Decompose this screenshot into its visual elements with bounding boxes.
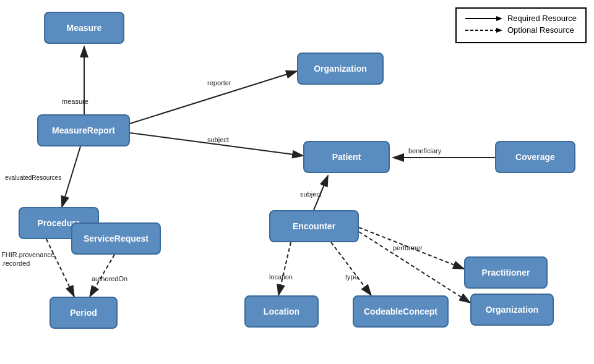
location-lbl-edge-label: location [269, 273, 293, 281]
subject-enc-edge-label: subject [300, 190, 322, 198]
organization-top-node: Organization [297, 53, 384, 85]
subject-mr-edge-label: subject [207, 136, 229, 143]
beneficiary-edge-label: beneficiary [408, 147, 441, 154]
diagram-container: Measure MeasureReport Organization Patie… [0, 0, 594, 364]
encounter-node: Encounter [269, 210, 359, 242]
practitioner-node: Practitioner [464, 256, 548, 289]
svg-line-6 [62, 146, 80, 207]
svg-line-11 [331, 242, 371, 295]
service-request-node: ServiceRequest [71, 222, 161, 255]
location-node: Location [244, 295, 319, 328]
coverage-node: Coverage [495, 141, 575, 173]
svg-marker-17 [496, 28, 502, 33]
measure-edge-label: measure [62, 98, 88, 105]
legend-required: Required Resource [465, 14, 577, 23]
period-node: Period [50, 297, 118, 329]
type-lbl-edge-label: type [345, 273, 358, 281]
svg-marker-15 [496, 16, 502, 21]
legend-optional: Optional Resource [465, 25, 577, 35]
legend: Required Resource Optional Resource [455, 7, 587, 43]
authored-edge-label: authoredOn [92, 275, 127, 282]
patient-node: Patient [303, 141, 390, 173]
fhir-prov-edge-label: FHIR.provenance.recorded [1, 250, 54, 268]
organization-bottom-node: Organization [470, 294, 554, 326]
reporter-edge-label: reporter [207, 79, 231, 87]
performer-lbl-edge-label: performer [393, 244, 423, 252]
svg-line-10 [278, 242, 291, 295]
measure-report-node: MeasureReport [37, 114, 130, 146]
measure-node: Measure [44, 12, 124, 44]
svg-line-13 [359, 232, 470, 303]
codeable-concept-node: CodeableConcept [353, 295, 449, 328]
evaluated-edge-label: evaluatedResources [5, 174, 61, 181]
